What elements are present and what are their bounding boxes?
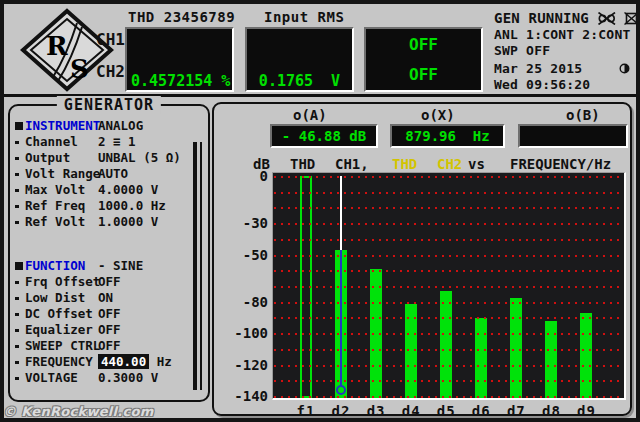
- thd-function-title: THD 23456789: [128, 9, 235, 25]
- grid-line--100db: [274, 333, 623, 335]
- cursor-o-marker-icon: [336, 385, 346, 395]
- grid-line--50db: [274, 255, 623, 257]
- cursor-a-label: o(A): [293, 107, 327, 123]
- item-name: DC Offset: [25, 306, 93, 322]
- grid-line--140db: [274, 396, 623, 398]
- item-bullet-icon: [15, 173, 19, 176]
- half-moon-icon: [619, 63, 630, 74]
- generator-item-low-dist[interactable]: Low DistON: [10, 290, 208, 306]
- watermark-text: © KenRockwell.com: [3, 404, 154, 419]
- y-tick--80: -80: [214, 294, 268, 310]
- x-tick-d5: d5: [429, 403, 463, 419]
- grid-line--70db: [274, 286, 623, 288]
- grid-line--110db: [274, 349, 623, 351]
- selected-value-field[interactable]: 440.00: [98, 354, 149, 369]
- ch2-label: CH2: [96, 62, 125, 81]
- generator-item-sweep-ctrl[interactable]: SWEEP CTRLOFF: [10, 338, 208, 354]
- grid-line--120db: [274, 365, 623, 367]
- generator-item-equalizer[interactable]: EqualizerOFF: [10, 322, 208, 338]
- item-value: 2 ≡ 1: [98, 134, 136, 150]
- item-bullet-icon: [15, 377, 19, 380]
- generator-item-channel[interactable]: Channel2 ≡ 1: [10, 134, 208, 150]
- grid-line--80db: [274, 302, 623, 304]
- y-tick--100: -100: [214, 325, 268, 341]
- item-value: OFF: [98, 306, 121, 322]
- item-name: Ref Freq: [25, 198, 85, 214]
- item-bullet-icon: [15, 313, 19, 316]
- grid-line--20db: [274, 207, 623, 209]
- off-row-1: OFF: [409, 35, 438, 54]
- x-tick-d8: d8: [534, 403, 568, 419]
- generator-item-ref-volt[interactable]: Ref Volt1.0000 V: [10, 214, 208, 230]
- item-bullet-icon: [15, 281, 19, 284]
- item-name: Frq Offset: [25, 274, 100, 290]
- item-bullet-icon: [15, 141, 19, 144]
- cursor-x-value-display: 879.96 Hz: [390, 124, 505, 148]
- item-bullet-icon: [15, 189, 19, 192]
- generator-item-dc-offset[interactable]: DC OffsetOFF: [10, 306, 208, 322]
- panel-stack-edge-outer: [193, 142, 197, 390]
- generator-item-frequency[interactable]: FREQUENCY440.00 Hz: [10, 354, 208, 370]
- cursor-b-label: o(B): [566, 107, 600, 123]
- item-name: Max Volt: [25, 182, 85, 198]
- cursor-a-value-display: - 46.88 dB: [270, 124, 378, 148]
- gen-status-line: GEN RUNNING: [494, 10, 639, 26]
- item-value: 440.00 Hz: [98, 354, 172, 370]
- section-bullet-icon: [15, 122, 23, 130]
- generator-item-max-volt[interactable]: Max Volt4.0000 V: [10, 182, 208, 198]
- item-value: OFF: [98, 338, 121, 354]
- audio-analyzer-screen: R S THD 23456789 CH1 CH2 0.4572154 % - I…: [0, 0, 640, 422]
- item-name: Output: [25, 150, 70, 166]
- third-measurement-display: OFF OFF: [364, 27, 483, 92]
- panel-stack-edge-inner: [200, 142, 202, 390]
- x-tick-f1: f1: [289, 403, 323, 419]
- thd-value: 0.4572154 %: [127, 67, 232, 92]
- input-rms-display: 0.1765 V - INPUT ? - Press SHOW IO: [245, 27, 354, 92]
- trace-label-5: vs: [468, 156, 485, 172]
- generator-item-function[interactable]: FUNCTION- SINE: [10, 258, 208, 274]
- item-name: Ref Volt: [25, 214, 85, 230]
- y-tick--30: -30: [214, 215, 268, 231]
- x-tick-d3: d3: [359, 403, 393, 419]
- cursor-x-label: o(X): [421, 107, 455, 123]
- item-value: 0.3000 V: [98, 370, 158, 386]
- item-name: FREQUENCY: [25, 354, 93, 370]
- thd-measurement-display: 0.4572154 % - INPUT ? - Press SHOW IO: [125, 27, 234, 92]
- item-value: OFF: [98, 322, 121, 338]
- item-name: FUNCTION: [25, 258, 85, 274]
- cursor-line-white: [340, 176, 342, 250]
- item-value: OFF: [98, 274, 121, 290]
- generator-item-output[interactable]: OutputUNBAL (5 Ω): [10, 150, 208, 166]
- trace-label-1: THD: [290, 156, 315, 172]
- bar-d9: [580, 313, 592, 398]
- y-tick--140: -140: [214, 388, 268, 404]
- item-bullet-icon: [15, 157, 19, 160]
- item-bullet-icon: [15, 205, 19, 208]
- generator-item-frq-offset[interactable]: Frq OffsetOFF: [10, 274, 208, 290]
- x-tick-d7: d7: [499, 403, 533, 419]
- analyzer-chart-panel: o(A) o(X) o(B) - 46.88 dB 879.96 Hz dBTH…: [212, 102, 632, 416]
- generator-item-ref-freq[interactable]: Ref Freq1000.0 Hz: [10, 198, 208, 214]
- generator-item-volt-range[interactable]: Volt RangeAUTO: [10, 166, 208, 182]
- monitor-muted-icon: [624, 12, 639, 25]
- grid-line--130db: [274, 380, 623, 382]
- item-name: Volt Range: [25, 166, 100, 182]
- grid-line--30db: [274, 223, 623, 225]
- item-name: SWEEP CTRL: [25, 338, 100, 354]
- item-value: - SINE: [98, 258, 143, 274]
- item-value: 1.0000 V: [98, 214, 158, 230]
- item-bullet-icon: [15, 329, 19, 332]
- y-tick--120: -120: [214, 357, 268, 373]
- y-tick--50: -50: [214, 247, 268, 263]
- grid-line--90db: [274, 317, 623, 319]
- generator-item-instrument[interactable]: INSTRUMENTANALOG: [10, 118, 208, 134]
- item-bullet-icon: [15, 221, 19, 224]
- generator-panel-title: GENERATOR: [57, 96, 161, 114]
- generator-item-voltage[interactable]: VOLTAGE0.3000 V: [10, 370, 208, 386]
- bar-d6: [475, 318, 487, 398]
- rms-value: 0.1765 V: [247, 67, 352, 92]
- speaker-muted-icon: [598, 12, 616, 25]
- grid-line-0db: [274, 176, 623, 178]
- item-name: VOLTAGE: [25, 370, 78, 386]
- item-name: Low Dist: [25, 290, 85, 306]
